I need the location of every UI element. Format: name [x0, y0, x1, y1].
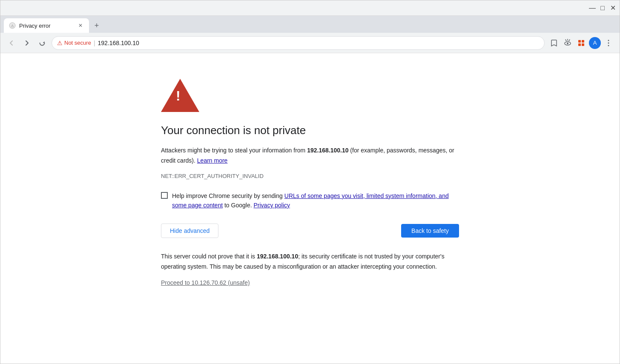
svg-point-11	[608, 40, 609, 41]
url-bar[interactable]: ⚠ Not secure | 192.168.100.10	[52, 36, 545, 50]
checkbox-label-middle: to Google.	[223, 202, 252, 209]
back-to-safety-button[interactable]: Back to safety	[401, 224, 459, 238]
svg-point-13	[608, 45, 609, 46]
svg-rect-7	[578, 40, 581, 43]
ip-address-bold: 192.168.100.10	[307, 147, 348, 154]
not-secure-label: Not secure	[64, 40, 91, 46]
reload-button[interactable]	[36, 37, 48, 49]
extensions-button[interactable]	[562, 37, 574, 49]
svg-text:⚠: ⚠	[11, 24, 14, 28]
active-tab[interactable]: ⚠ Privacy error ✕	[4, 18, 89, 33]
maximize-button[interactable]: □	[599, 5, 606, 11]
svg-line-5	[569, 40, 570, 41]
error-title: Your connection is not private	[161, 124, 459, 137]
checkbox-label-before: Help improve Chrome security by sending	[172, 192, 284, 199]
advanced-text: This server could not prove that it is 1…	[161, 252, 459, 272]
bookmark-button[interactable]	[548, 37, 560, 49]
checkbox-label: Help improve Chrome security by sending …	[172, 191, 459, 210]
triangle-icon	[161, 79, 199, 112]
svg-point-6	[567, 43, 568, 44]
menu-button[interactable]	[603, 37, 614, 49]
back-button[interactable]	[6, 37, 17, 49]
new-tab-button[interactable]: +	[91, 20, 103, 32]
advanced-text-before: This server could not prove that it is	[161, 253, 257, 260]
address-bar: ⚠ Not secure | 192.168.100.10	[0, 33, 620, 53]
tab-favicon: ⚠	[9, 22, 16, 29]
not-secure-indicator: ⚠ Not secure	[57, 40, 91, 46]
toolbar-icons: A	[548, 37, 614, 49]
learn-more-link[interactable]: Learn more	[197, 157, 228, 164]
proceed-link[interactable]: Proceed to 10.126.70.62 (unsafe)	[161, 279, 250, 286]
privacy-policy-link[interactable]: Privacy policy	[253, 202, 290, 209]
error-container: Your connection is not private Attackers…	[152, 70, 468, 347]
error-description: Attackers might be trying to steal your …	[161, 146, 459, 166]
window-controls: — □ ✕	[589, 5, 616, 11]
url-divider: |	[94, 40, 95, 46]
close-button[interactable]: ✕	[609, 5, 616, 11]
proceed-paragraph: Proceed to 10.126.70.62 (unsafe)	[161, 279, 459, 287]
page-content: Your connection is not private Attackers…	[0, 53, 620, 364]
description-before: Attackers might be trying to steal your …	[161, 147, 307, 154]
svg-point-12	[608, 42, 609, 43]
tab-close-button[interactable]: ✕	[77, 22, 84, 29]
forward-button[interactable]	[21, 37, 33, 49]
advanced-ip: 192.168.100.10	[257, 253, 298, 260]
warning-icon-large	[161, 79, 459, 114]
tab-title: Privacy error	[19, 23, 74, 29]
svg-rect-9	[578, 43, 581, 46]
svg-line-3	[565, 40, 566, 41]
minimize-button[interactable]: —	[589, 5, 596, 11]
svg-rect-10	[582, 43, 584, 46]
browser-window: — □ ✕ ⚠ Privacy error ✕ +	[0, 0, 620, 364]
checkbox-row: Help improve Chrome security by sending …	[161, 191, 459, 210]
help-improve-checkbox[interactable]	[161, 192, 168, 199]
error-code: NET::ERR_CERT_AUTHORITY_INVALID	[161, 173, 459, 179]
url-text: 192.168.100.10	[98, 40, 139, 46]
profile-button[interactable]: A	[589, 37, 601, 49]
hide-advanced-button[interactable]: Hide advanced	[161, 224, 218, 238]
warning-icon: ⚠	[57, 40, 63, 46]
svg-rect-8	[582, 40, 584, 43]
tab-bar: ⚠ Privacy error ✕ +	[0, 16, 620, 33]
button-row: Hide advanced Back to safety	[161, 224, 459, 238]
title-bar: — □ ✕	[0, 0, 620, 16]
extension-puzzle-button[interactable]	[575, 37, 587, 49]
